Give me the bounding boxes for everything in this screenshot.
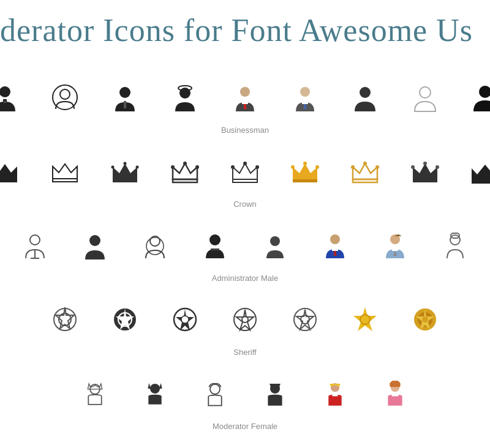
svg-point-95 xyxy=(422,316,428,323)
svg-rect-105 xyxy=(333,394,338,397)
svg-rect-70 xyxy=(392,248,398,251)
footer: Moderator Icons for Font Awesome Users s… xyxy=(0,443,490,448)
crown-label: Crown xyxy=(233,200,257,209)
svg-rect-108 xyxy=(392,394,399,397)
icon-user-4 xyxy=(160,73,209,122)
svg-rect-15 xyxy=(302,102,308,104)
svg-rect-36 xyxy=(233,179,257,182)
crown-icon-row xyxy=(0,147,490,196)
icon-crown-9 xyxy=(461,147,490,196)
admin-label: Administrator Male xyxy=(212,274,278,283)
icon-female-6 xyxy=(371,369,420,418)
admin-icon-row xyxy=(10,221,480,270)
svg-point-48 xyxy=(351,165,355,169)
svg-marker-50 xyxy=(413,163,437,179)
svg-point-19 xyxy=(420,87,431,98)
icon-sheriff-1 xyxy=(40,295,89,344)
svg-point-44 xyxy=(315,165,319,169)
svg-rect-51 xyxy=(413,179,437,182)
svg-rect-68 xyxy=(334,251,336,256)
icon-user-9 xyxy=(461,73,490,122)
svg-point-4 xyxy=(60,89,70,99)
icon-user-8 xyxy=(401,73,450,122)
section-female: Moderator Female xyxy=(0,369,490,431)
svg-point-32 xyxy=(183,162,187,165)
icon-admin-1 xyxy=(10,221,59,270)
icon-female-3 xyxy=(190,369,239,418)
svg-point-47 xyxy=(363,162,367,165)
svg-marker-23 xyxy=(53,164,77,179)
svg-point-64 xyxy=(270,236,280,246)
svg-rect-41 xyxy=(293,179,317,182)
svg-point-29 xyxy=(136,166,139,169)
svg-point-49 xyxy=(375,165,379,169)
icon-crown-1 xyxy=(0,147,29,196)
svg-point-62 xyxy=(209,234,221,245)
icon-sheriff-3 xyxy=(160,295,209,344)
icon-crown-6 xyxy=(281,147,330,196)
svg-point-8 xyxy=(179,88,190,99)
icon-crown-7 xyxy=(341,147,390,196)
svg-point-42 xyxy=(303,162,307,165)
svg-point-43 xyxy=(291,165,295,169)
svg-point-56 xyxy=(30,235,40,245)
icon-sheriff-5 xyxy=(281,295,330,344)
sheriff-icon-row xyxy=(40,295,450,344)
svg-point-0 xyxy=(0,86,10,97)
svg-rect-11 xyxy=(242,102,248,104)
svg-rect-7 xyxy=(124,101,126,108)
svg-rect-46 xyxy=(353,179,377,182)
svg-marker-88 xyxy=(296,310,314,329)
svg-point-72 xyxy=(450,235,460,245)
female-icon-row xyxy=(70,369,420,418)
svg-rect-13 xyxy=(244,104,246,109)
svg-rect-31 xyxy=(173,179,197,182)
svg-point-59 xyxy=(89,235,100,246)
page-title: derator Icons for Font Awesome Us xyxy=(0,0,490,67)
svg-point-14 xyxy=(300,87,310,97)
icon-admin-3 xyxy=(130,221,179,270)
icon-admin-7 xyxy=(371,221,420,270)
svg-marker-85 xyxy=(236,310,254,330)
icon-female-4 xyxy=(251,369,300,418)
icon-admin-2 xyxy=(70,221,119,270)
sheriff-label: Sheriff xyxy=(233,348,256,357)
svg-point-37 xyxy=(243,162,247,165)
svg-point-33 xyxy=(171,165,175,169)
svg-point-52 xyxy=(423,162,427,165)
icon-admin-4 xyxy=(190,221,239,270)
icon-crown-2 xyxy=(40,147,89,196)
icon-user-3 xyxy=(100,73,149,122)
svg-point-100 xyxy=(210,384,220,394)
svg-rect-66 xyxy=(332,248,338,251)
icon-user-1 xyxy=(0,73,29,122)
icon-female-1 xyxy=(70,369,119,418)
svg-point-20 xyxy=(479,86,490,98)
icon-user-2 xyxy=(40,73,89,122)
icon-crown-3 xyxy=(100,147,149,196)
svg-marker-35 xyxy=(233,163,257,179)
svg-marker-45 xyxy=(353,163,377,179)
svg-rect-63 xyxy=(211,248,219,250)
svg-point-10 xyxy=(240,87,250,97)
icon-crown-4 xyxy=(160,147,209,196)
svg-point-89 xyxy=(301,315,309,324)
female-label: Moderator Female xyxy=(213,422,277,431)
svg-rect-26 xyxy=(113,179,137,182)
icon-crown-8 xyxy=(401,147,450,196)
svg-point-34 xyxy=(195,165,199,169)
svg-rect-55 xyxy=(472,181,490,184)
icon-user-5 xyxy=(221,73,270,122)
section-admin: Administrator Male xyxy=(0,221,490,283)
svg-point-86 xyxy=(242,316,248,323)
user-icon-row xyxy=(0,73,490,122)
svg-point-18 xyxy=(360,87,371,98)
svg-point-27 xyxy=(124,162,127,165)
icon-admin-5 xyxy=(251,221,300,270)
svg-marker-90 xyxy=(353,307,377,331)
svg-point-28 xyxy=(111,166,115,169)
svg-marker-25 xyxy=(113,163,137,179)
svg-marker-30 xyxy=(173,163,197,179)
icon-sheriff-2 xyxy=(100,295,149,344)
svg-rect-17 xyxy=(304,104,306,109)
